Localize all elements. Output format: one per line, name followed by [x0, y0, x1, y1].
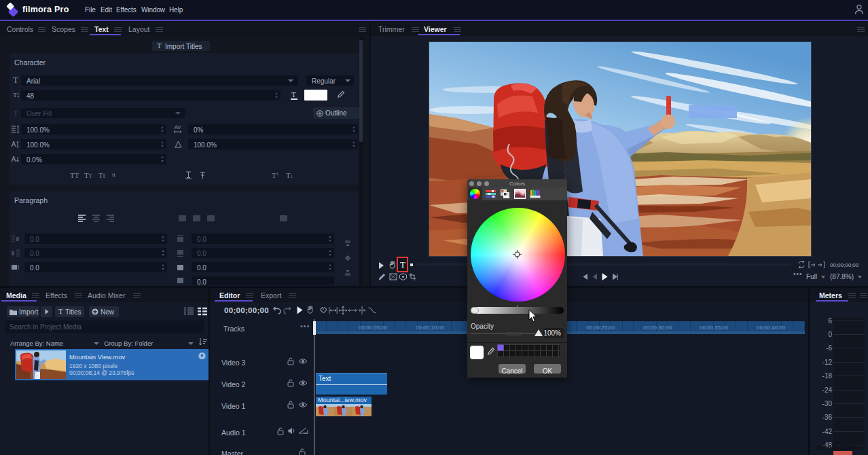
svg-text:T: T [13, 76, 18, 84]
svg-text:A: A [12, 156, 16, 163]
svg-text:A: A [12, 141, 16, 148]
svg-text:AV: AV [175, 124, 181, 130]
svg-text:T: T [13, 92, 17, 98]
svg-text:T: T [14, 109, 18, 117]
